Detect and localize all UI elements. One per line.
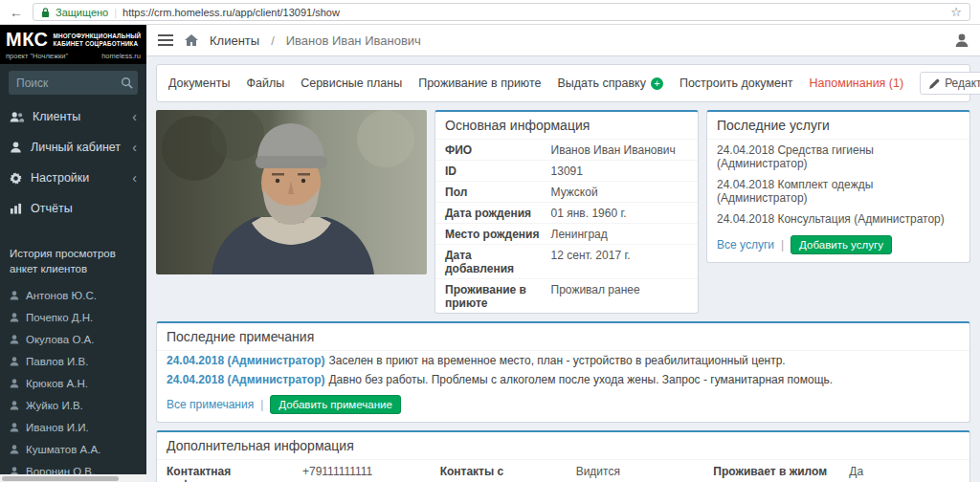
footer-separator: | — [260, 398, 263, 411]
history-item[interactable]: Иванов И.И. — [0, 416, 146, 438]
client-icon — [10, 379, 19, 388]
all-services-link[interactable]: Все услуги — [717, 238, 774, 252]
logo-project: проект "Ночлежки" — [6, 52, 68, 60]
content: Документы Файлы Сервисные планы Проживан… — [146, 56, 980, 482]
menu-label: Личный кабинет — [31, 141, 121, 154]
search-input[interactable] — [9, 77, 115, 90]
note-item: 24.04.2018 (Администратор)Заселен в прию… — [157, 351, 969, 370]
history-item[interactable]: Почепко Д.Н. — [0, 306, 146, 328]
table-row: ПолМужской — [435, 182, 698, 203]
sidebar-horizontal-scrollbar[interactable] — [0, 474, 146, 482]
menu-label: Настройки — [31, 171, 89, 185]
history-name: Окулова О.А. — [26, 334, 94, 345]
history-item[interactable]: Павлов И.В. — [0, 350, 146, 372]
main-area: Клиенты / Иванов Иван Иванович Документы… — [146, 25, 980, 482]
hamburger-icon[interactable] — [158, 34, 173, 46]
history-title: История просмотров анкет клиентов — [0, 239, 146, 284]
address-bar[interactable]: Защищено | https://crm.homeless.ru/app/c… — [33, 3, 970, 21]
history-name: Кушматов А.А. — [26, 444, 100, 455]
sidebar-item-clients[interactable]: Клиенты ‹ — [0, 101, 146, 132]
tab-service-plans[interactable]: Сервисные планы — [301, 77, 402, 90]
services-title: Последние услуги — [707, 112, 969, 140]
sidebar: МКС МНОГОФУНКЦИОНАЛЬНЫЙ КАБИНЕТ СОЦРАБОТ… — [0, 25, 146, 482]
sidebar-item-reports[interactable]: Отчёты — [0, 193, 146, 224]
add-service-button[interactable]: Добавить услугу — [791, 235, 892, 254]
history-item[interactable]: Жуйко И.В. — [0, 394, 146, 416]
chevron-left-icon: ‹ — [132, 171, 137, 185]
tab-files[interactable]: Файлы — [246, 77, 284, 90]
logo-line2: КАБИНЕТ СОЦРАБОТНИКА — [54, 40, 142, 47]
history-name: Павлов И.В. — [26, 356, 88, 367]
breadcrumb-clients[interactable]: Клиенты — [210, 33, 259, 48]
logo-lines: МНОГОФУНКЦИОНАЛЬНЫЙ КАБИНЕТ СОЦРАБОТНИКА — [54, 33, 142, 47]
user-menu-button[interactable] — [955, 33, 969, 47]
note-text: Давно без работы. Проблемы с алкоголем п… — [328, 373, 833, 386]
note-date-link[interactable]: 24.04.2018 (Администратор) — [167, 354, 324, 367]
client-icon — [10, 291, 19, 300]
screen: ← Защищено | https://crm.homeless.ru/app… — [0, 0, 980, 482]
gear-icon — [10, 172, 22, 185]
service-item: 24.04.2018 Средства гигиены (Администрат… — [707, 140, 969, 174]
scrollbar-thumb[interactable] — [2, 476, 119, 481]
pencil-icon — [929, 78, 940, 89]
sidebar-search — [9, 71, 138, 95]
bookmark-star-icon[interactable]: ☆ — [950, 5, 962, 19]
history-item[interactable]: Окулова О.А. — [0, 328, 146, 350]
home-icon[interactable] — [185, 34, 198, 46]
additional-column: Контакты с родственникамиВидится Наличие… — [440, 460, 687, 482]
services-list: 24.04.2018 Средства гигиены (Администрат… — [707, 140, 969, 230]
app-logo: МКС МНОГОФУНКЦИОНАЛЬНЫЙ КАБИНЕТ СОЦРАБОТ… — [0, 25, 146, 52]
chevron-left-icon: ‹ — [132, 110, 137, 123]
additional-info-grid: Контактная информация+79111111111 Дата н… — [157, 460, 969, 482]
client-icon — [10, 357, 19, 366]
table-row: Проживание в приютеПроживал ранее — [435, 279, 698, 313]
add-note-button[interactable]: Добавить примечание — [270, 395, 401, 414]
table-row: Место рожденияЛенинград — [435, 224, 698, 245]
tab-reminders[interactable]: Напоминания (1) — [810, 77, 904, 90]
tab-documents[interactable]: Документы — [168, 77, 230, 90]
table-row: Дата рождения01 янв. 1960 г. — [435, 203, 698, 224]
top-row: Основная информация ФИОИванов Иван Ивано… — [156, 110, 970, 314]
table-row: ID13091 — [435, 161, 698, 182]
edit-button[interactable]: Редактировать — [920, 72, 980, 95]
info-row: Контактная информация+79111111111 — [167, 460, 413, 482]
history-item[interactable]: Антонов Ю.С. — [0, 284, 146, 306]
note-text: Заселен в приют на временное место, план… — [328, 354, 785, 367]
history-list: Антонов Ю.С. Почепко Д.Н. Окулова О.А. П… — [0, 284, 146, 482]
info-row: Проживает в жилом помещенииДа — [713, 460, 960, 482]
history-item[interactable]: Кушматов А.А. — [0, 438, 146, 460]
table-row: ФИОИванов Иван Иванович — [435, 140, 698, 161]
additional-column: Проживает в жилом помещенииДа Вид жилого… — [713, 460, 960, 482]
bar-chart-icon — [10, 203, 22, 214]
edit-label: Редактировать — [945, 77, 980, 90]
back-arrow-icon[interactable]: ← — [10, 5, 23, 20]
users-icon — [10, 112, 24, 122]
sidebar-item-personal-cabinet[interactable]: Личный кабинет ‹ — [0, 132, 146, 163]
tab-shelter-stay[interactable]: Проживание в приюте — [418, 77, 541, 90]
tab-build-document[interactable]: Построить документ — [679, 77, 793, 90]
logo-line1: МНОГОФУНКЦИОНАЛЬНЫЙ — [54, 33, 142, 39]
service-item: 24.04.2018 Консультация (Администратор) — [707, 208, 969, 230]
history-name: Почепко Д.Н. — [26, 312, 93, 323]
additional-info-panel: Дополнительная информация Контактная инф… — [156, 430, 970, 482]
user-icon — [10, 142, 22, 153]
info-row: Контакты с родственникамиВидится — [440, 460, 687, 482]
search-button[interactable] — [115, 77, 138, 89]
browser-bar: ← Защищено | https://crm.homeless.ru/app… — [0, 0, 980, 25]
sidebar-menu: Клиенты ‹ Личный кабинет ‹ Настройки ‹ О… — [0, 101, 146, 224]
history-item[interactable]: Крюков А.Н. — [0, 372, 146, 394]
client-icon — [10, 423, 19, 432]
chevron-left-icon: ‹ — [132, 141, 137, 154]
sidebar-item-settings[interactable]: Настройки ‹ — [0, 163, 146, 193]
services-footer: Все услуги | Добавить услугу — [707, 230, 969, 262]
footer-separator: | — [781, 238, 784, 252]
all-notes-link[interactable]: Все примечания — [167, 398, 254, 411]
notes-panel: Последние примечания 24.04.2018 (Админис… — [156, 321, 970, 423]
breadcrumb-current: Иванов Иван Иванович — [286, 33, 421, 48]
tab-issue-certificate[interactable]: Выдать справку + — [558, 77, 663, 90]
person-icon — [955, 33, 969, 47]
history-name: Антонов Ю.С. — [26, 290, 97, 301]
note-date-link[interactable]: 24.04.2018 (Администратор) — [167, 373, 324, 386]
history-name: Крюков А.Н. — [26, 378, 88, 389]
services-panel: Последние услуги 24.04.2018 Средства гиг… — [706, 110, 970, 263]
